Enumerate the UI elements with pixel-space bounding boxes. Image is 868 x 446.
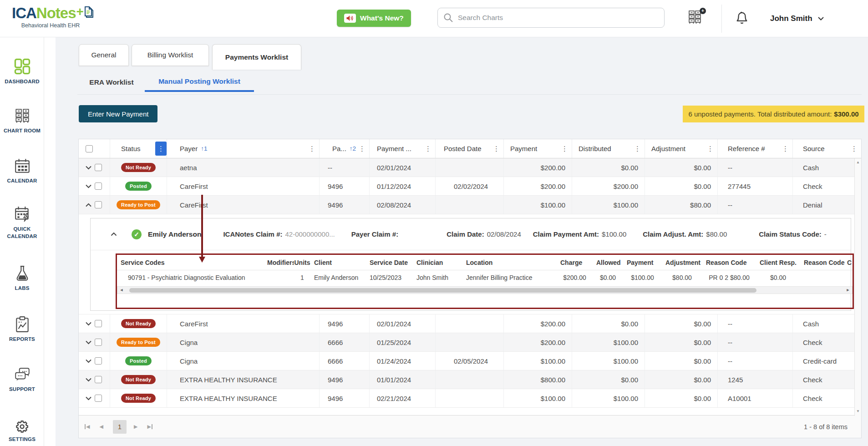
pagination-page-1[interactable]: 1 bbox=[113, 420, 127, 434]
sidebar-item-labs[interactable]: LABS bbox=[0, 265, 44, 292]
table-row[interactable]: Not Ready CareFirst 9496 02/01/2024 $200… bbox=[79, 314, 855, 333]
row-expand-chevron-icon[interactable] bbox=[86, 378, 91, 382]
table-row-expanded[interactable]: Ready to Post CareFirst 9496 02/08/2024 … bbox=[79, 196, 855, 214]
sidebar-item-dashboard[interactable]: DASHBOARD bbox=[0, 57, 44, 86]
enter-new-payment-button[interactable]: Enter New Payment bbox=[79, 105, 157, 122]
cell-payment-number: 9496 bbox=[319, 389, 369, 407]
claim-field: Claim Adjust. Amt:$80.00 bbox=[643, 230, 727, 238]
row-checkbox[interactable] bbox=[95, 201, 102, 208]
column-header-posted-date[interactable]: Posted Date ⋮ bbox=[435, 139, 503, 158]
status-column-menu-icon[interactable]: ⋮ bbox=[155, 142, 167, 156]
subtab-era-worklist[interactable]: ERA Worklist bbox=[84, 73, 139, 92]
cell-payment: $200.00 bbox=[503, 158, 572, 177]
row-checkbox[interactable] bbox=[95, 320, 102, 327]
row-expand-chevron-icon[interactable] bbox=[86, 322, 91, 326]
column-menu-icon[interactable]: ⋮ bbox=[706, 145, 715, 153]
scroll-down-icon[interactable]: ▼ bbox=[855, 409, 861, 413]
column-menu-icon[interactable]: ⋮ bbox=[633, 145, 642, 153]
column-header-payer[interactable]: Payer ↑1 ⋮ bbox=[167, 139, 319, 158]
scrollbar-thumb[interactable] bbox=[129, 288, 756, 293]
subtab-manual-posting-worklist[interactable]: Manual Posting Worklist bbox=[145, 73, 254, 92]
column-header-source[interactable]: Source ⋮ bbox=[792, 139, 861, 158]
row-checkbox[interactable] bbox=[95, 376, 102, 383]
pagination-last-button[interactable]: ▶ bbox=[147, 424, 152, 430]
column-header-distributed[interactable]: Distributed ⋮ bbox=[572, 139, 645, 158]
cell-payment-date: 02/08/2024 bbox=[369, 196, 435, 214]
chart-room-shortcut-icon[interactable]: + bbox=[687, 10, 704, 26]
column-menu-icon[interactable]: ⋮ bbox=[307, 145, 317, 153]
tab-label: Billing Worklist bbox=[147, 51, 193, 59]
column-menu-icon[interactable]: ⋮ bbox=[492, 145, 501, 153]
status-badge: Ready to Post bbox=[117, 200, 160, 209]
scroll-left-icon[interactable]: ◄ bbox=[117, 286, 126, 294]
horizontal-scrollbar[interactable]: ◄ ► bbox=[117, 286, 853, 294]
sidebar-item-quick-calendar[interactable]: QUICK CALENDAR bbox=[0, 206, 44, 240]
user-menu[interactable]: John Smith bbox=[770, 0, 824, 37]
scroll-right-icon[interactable]: ► bbox=[844, 286, 852, 294]
service-table-header: Service Codes Modifiers Units Client Ser… bbox=[117, 255, 853, 270]
row-checkbox[interactable] bbox=[95, 339, 102, 346]
subtab-label: ERA Worklist bbox=[89, 78, 133, 86]
claim-client-name: Emily Anderson bbox=[148, 230, 201, 238]
pagination-prev-button[interactable]: ◀ bbox=[99, 424, 103, 430]
row-collapse-chevron-icon[interactable] bbox=[86, 203, 91, 207]
cell-payment: $100.00 bbox=[503, 389, 572, 407]
row-expand-chevron-icon[interactable] bbox=[86, 396, 91, 400]
column-menu-icon[interactable]: ⋮ bbox=[560, 145, 569, 153]
table-row[interactable]: Not Ready aetna -- 02/01/2024 $200.00 $0… bbox=[79, 158, 855, 177]
column-menu-icon[interactable]: ⋮ bbox=[357, 145, 367, 153]
row-checkbox[interactable] bbox=[95, 357, 102, 365]
row-expand-chevron-icon[interactable] bbox=[86, 184, 91, 188]
cell-source: Check bbox=[792, 333, 855, 351]
table-row[interactable]: Posted CareFirst 9496 01/12/2024 02/02/2… bbox=[79, 177, 855, 196]
cell-source: Denial bbox=[792, 196, 855, 214]
cell-posted-date: 02/05/2024 bbox=[435, 352, 503, 370]
whats-new-button[interactable]: What's New? bbox=[337, 10, 411, 27]
column-header-payment-date[interactable]: Payment ... ⋮ bbox=[369, 139, 435, 158]
select-all-checkbox[interactable] bbox=[86, 145, 93, 152]
column-header-payment-number[interactable]: Pa... ↑2 ⋮ bbox=[319, 139, 369, 158]
sidebar-item-support[interactable]: SUPPORT bbox=[0, 366, 44, 393]
tab-label: General bbox=[91, 51, 116, 59]
sidebar-item-chart-room[interactable]: CHART ROOM bbox=[0, 107, 44, 135]
table-row[interactable]: Posted Cigna 6666 01/24/2024 02/05/2024 … bbox=[79, 352, 855, 370]
cell-payment-date: 01/01/2024 bbox=[369, 370, 435, 389]
scroll-up-icon[interactable]: ▲ bbox=[855, 160, 861, 164]
column-menu-icon[interactable]: ⋮ bbox=[423, 145, 433, 153]
table-row[interactable]: Ready to Post Cigna 6666 01/25/2024 $200… bbox=[79, 333, 855, 352]
notifications-bell-icon[interactable] bbox=[735, 10, 750, 26]
pagination-first-button[interactable]: ◀ bbox=[85, 424, 90, 430]
cell-payment-number: -- bbox=[319, 158, 369, 177]
row-checkbox[interactable] bbox=[95, 164, 102, 171]
cell-payment: $100.00 bbox=[503, 196, 572, 214]
column-menu-icon[interactable]: ⋮ bbox=[849, 145, 859, 153]
tab-billing-worklist[interactable]: Billing Worklist bbox=[132, 44, 209, 66]
column-header-reference[interactable]: Reference # ⋮ bbox=[717, 139, 792, 158]
column-menu-icon[interactable]: ⋮ bbox=[781, 145, 790, 153]
row-checkbox[interactable] bbox=[95, 395, 102, 402]
row-checkbox[interactable] bbox=[95, 182, 102, 190]
row-expand-chevron-icon[interactable] bbox=[86, 340, 91, 345]
cell-reference: A10001 bbox=[717, 389, 792, 407]
tab-payments-worklist[interactable]: Payments Worklist bbox=[212, 44, 301, 70]
table-row[interactable]: Not Ready EXTRA HEALTHY INSURANCE 9496 0… bbox=[79, 370, 855, 389]
vertical-scrollbar[interactable]: ▲ ▼ bbox=[854, 158, 861, 416]
pagination-next-button[interactable]: ▶ bbox=[134, 424, 137, 430]
column-header-payment[interactable]: Payment ⋮ bbox=[503, 139, 572, 158]
cell-payer: EXTRA HEALTHY INSURANCE bbox=[167, 389, 319, 407]
service-table-row[interactable]: 90791 - Psychiatric Diagnostic Evaluatio… bbox=[117, 270, 853, 285]
sidebar-item-settings[interactable]: SETTINGS bbox=[0, 416, 44, 443]
subtab-label: Manual Posting Worklist bbox=[158, 77, 240, 86]
claim-collapse-chevron-icon[interactable] bbox=[111, 232, 117, 236]
row-expand-chevron-icon[interactable] bbox=[86, 359, 91, 363]
column-header-status[interactable]: Status ⋮ bbox=[110, 139, 167, 158]
search-charts bbox=[437, 8, 665, 28]
sidebar-item-reports[interactable]: REPORTS bbox=[0, 316, 44, 343]
column-header-adjustment[interactable]: Adjustment ⋮ bbox=[645, 139, 717, 158]
sidebar-label: SUPPORT bbox=[0, 386, 44, 393]
table-row[interactable]: Not Ready EXTRA HEALTHY INSURANCE 9496 0… bbox=[79, 389, 855, 408]
sidebar-item-calendar[interactable]: CALENDAR bbox=[0, 157, 44, 185]
row-expand-chevron-icon[interactable] bbox=[86, 166, 91, 170]
tab-general[interactable]: General bbox=[79, 44, 129, 66]
search-input[interactable] bbox=[437, 8, 665, 28]
